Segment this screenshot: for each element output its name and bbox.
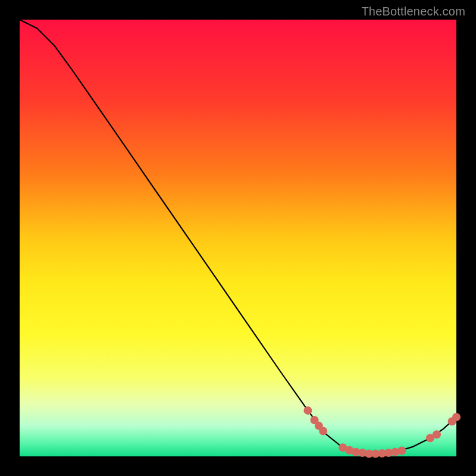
bottleneck-chart xyxy=(0,0,476,476)
data-marker xyxy=(433,430,441,439)
watermark-text: TheBottleneck.com xyxy=(361,5,465,18)
data-marker xyxy=(452,413,461,421)
chart-background xyxy=(20,20,456,456)
data-marker xyxy=(303,406,312,415)
data-marker xyxy=(397,447,406,455)
data-marker xyxy=(319,427,327,435)
